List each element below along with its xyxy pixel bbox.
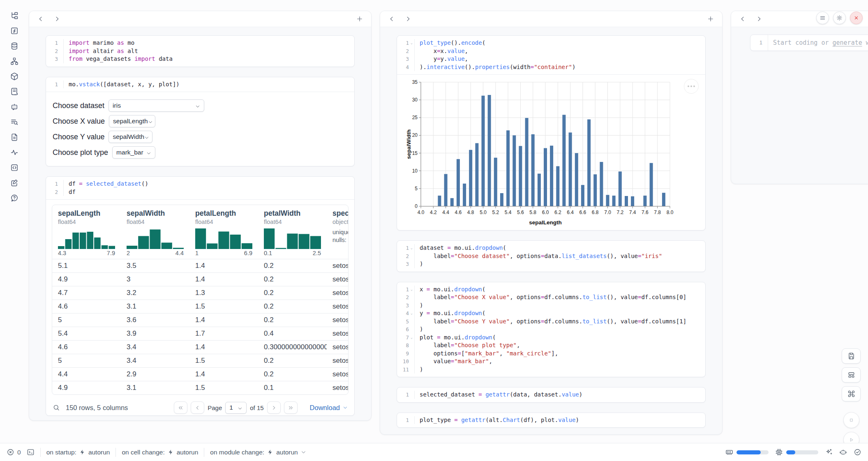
- table-row[interactable]: 4.73.21.30.2setosa: [52, 286, 348, 300]
- search-icon[interactable]: [53, 404, 60, 411]
- terminal-button[interactable]: [27, 448, 35, 456]
- tracing-icon[interactable]: [10, 148, 18, 157]
- runtime-config-1[interactable]: on startup:autorun: [46, 449, 110, 456]
- table-column-header[interactable]: sepalLengthfloat644.37.9: [52, 205, 121, 259]
- code-line: df = selected_dataset(): [64, 180, 148, 188]
- table-column-header[interactable]: petalLengthfloat6416.9: [189, 205, 258, 259]
- altair-bar-chart: 4.04.24.44.64.85.05.25.45.65.86.06.26.46…: [406, 79, 704, 228]
- dropdown-select-choose-dataset[interactable]: iris: [108, 99, 204, 112]
- fold-chevron-icon[interactable]: ⌄: [409, 244, 414, 252]
- chatbot-icon[interactable]: [10, 103, 18, 111]
- generate-link[interactable]: generate: [833, 39, 862, 46]
- first-page-button[interactable]: [174, 401, 187, 414]
- code-placeholder[interactable]: Start coding or generate with AI: [768, 39, 868, 46]
- ai-features-button[interactable]: [825, 448, 833, 456]
- next-page-button[interactable]: [267, 401, 281, 414]
- fold-chevron-icon[interactable]: ⌄: [409, 39, 414, 47]
- bolt-icon: [267, 449, 273, 455]
- selected-dataset-cell-editor[interactable]: 1selected_dataset = getattr(data, datase…: [397, 387, 705, 402]
- package-icon[interactable]: [10, 72, 18, 81]
- chevron-down-icon: [238, 405, 242, 410]
- line-number: 1: [750, 35, 768, 51]
- table-cell: 1.4: [189, 316, 258, 324]
- code-line: from vega_datasets import data: [64, 55, 173, 63]
- dropdown-select-choose-plot-type[interactable]: mark_bar: [112, 146, 155, 159]
- column-next-button[interactable]: [756, 16, 762, 22]
- xy-plot-dropdown-cell-editor[interactable]: 1⌄x = mo.ui.dropdown(2 label="Choose X v…: [397, 282, 705, 377]
- chevron-down-icon: [195, 103, 200, 108]
- plot-cell: 1⌄plot_type().encode(2 x=x.value,3 y=y.v…: [397, 35, 706, 230]
- dropdown-select-choose-x-value[interactable]: sepalLength: [109, 115, 155, 127]
- file-tree-icon[interactable]: [10, 12, 18, 20]
- page-select[interactable]: 1: [225, 402, 247, 414]
- column-prev-button[interactable]: [37, 16, 44, 22]
- table-row[interactable]: 4.931.40.2setosa: [52, 272, 348, 286]
- page-total-label: of 15: [250, 404, 263, 411]
- fold-chevron-icon[interactable]: ⌄: [409, 286, 414, 294]
- vstack-cell-editor[interactable]: 1mo.vstack([dataset, x, y, plot]): [46, 77, 354, 92]
- add-cell-button[interactable]: [356, 16, 363, 22]
- column-prev-button[interactable]: [739, 16, 746, 22]
- table-row[interactable]: 53.41.50.2setosa: [52, 354, 348, 367]
- table-row[interactable]: 53.61.40.2setosa: [52, 313, 348, 327]
- code-line: ): [415, 325, 423, 334]
- command-palette-button[interactable]: [842, 386, 861, 401]
- prev-page-button[interactable]: [191, 401, 204, 414]
- shutdown-button[interactable]: [850, 12, 863, 24]
- connection-status-button[interactable]: [854, 448, 861, 456]
- code-icon[interactable]: [10, 164, 18, 172]
- column-name: petalWidth: [264, 209, 321, 218]
- snippets-icon[interactable]: [10, 133, 18, 141]
- function-icon[interactable]: [10, 27, 18, 35]
- dataset-dropdown-cell-editor[interactable]: 1⌄dataset = mo.ui.dropdown(2 label="Choo…: [397, 241, 705, 272]
- runtime-config-3[interactable]: on module change:autorun: [210, 449, 306, 456]
- table-row[interactable]: 4.93.11.50.1setosa: [52, 381, 348, 394]
- table-cell: 0.2: [258, 262, 327, 270]
- save-button[interactable]: [842, 348, 861, 364]
- last-page-button[interactable]: [284, 401, 298, 414]
- column-prev-button[interactable]: [388, 16, 395, 22]
- search-list-icon[interactable]: [10, 118, 18, 126]
- column-next-button[interactable]: [405, 16, 411, 22]
- svg-text:6.0: 6.0: [542, 210, 549, 215]
- scratchpad-icon[interactable]: [10, 179, 18, 187]
- fold-chevron-icon[interactable]: ⌄: [409, 309, 414, 318]
- plot-type-cell-editor[interactable]: 1plot_type = getattr(alt.Chart(df), plot…: [397, 413, 705, 428]
- table-row[interactable]: 4.63.41.40.30000000000000004setosa: [52, 340, 348, 354]
- stop-button[interactable]: [843, 412, 859, 428]
- table-row[interactable]: 5.43.91.70.4setosa: [52, 327, 348, 340]
- table-cell: setosa: [327, 316, 348, 324]
- download-button[interactable]: Download: [310, 404, 348, 412]
- chart-options-button[interactable]: [684, 79, 699, 94]
- error-count-button[interactable]: 0: [7, 448, 21, 456]
- settings-button[interactable]: [833, 12, 846, 24]
- code-line: ): [415, 366, 423, 374]
- runtime-config-2[interactable]: on cell change:autorun: [122, 449, 198, 456]
- code-line: dataset = mo.ui.dropdown(: [415, 244, 506, 252]
- table-row[interactable]: 4.63.11.50.2setosa: [52, 300, 348, 313]
- table-column-header[interactable]: speciesobjectunique:nulls:: [327, 205, 348, 259]
- plot-cell-editor[interactable]: 1⌄plot_type().encode(2 x=x.value,3 y=y.v…: [397, 36, 705, 74]
- table-row[interactable]: 5.13.51.40.2setosa: [52, 259, 348, 272]
- menu-button[interactable]: [816, 12, 829, 24]
- code-line: label="Choose X value", options=df.colum…: [415, 293, 686, 302]
- scroll-icon[interactable]: [10, 88, 18, 96]
- dependency-graph-icon[interactable]: [10, 57, 18, 65]
- code-line: label="Choose plot type",: [415, 341, 520, 350]
- dataframe-cell-editor[interactable]: 1df = selected_dataset()2df: [46, 177, 354, 199]
- table-column-header[interactable]: sepalWidthfloat6424.4: [121, 205, 189, 259]
- layout-button[interactable]: [842, 367, 861, 383]
- help-icon[interactable]: [10, 194, 18, 202]
- line-number: 9: [397, 350, 415, 358]
- database-icon[interactable]: [10, 42, 18, 50]
- fold-chevron-icon[interactable]: ⌄: [409, 334, 414, 342]
- new-cell[interactable]: 1Start coding or generate with AI: [750, 35, 868, 51]
- dropdown-select-choose-y-value[interactable]: sepalWidth: [108, 131, 152, 143]
- assistant-button[interactable]: [839, 448, 847, 456]
- column-next-button[interactable]: [54, 16, 60, 22]
- svg-text:7.0: 7.0: [604, 210, 611, 215]
- table-column-header[interactable]: petalWidthfloat640.12.5: [258, 205, 327, 259]
- imports-cell-editor[interactable]: 1import marimo as mo2import altair as al…: [46, 36, 354, 67]
- add-cell-button[interactable]: [707, 16, 714, 22]
- table-row[interactable]: 4.42.91.40.2setosa: [52, 367, 348, 381]
